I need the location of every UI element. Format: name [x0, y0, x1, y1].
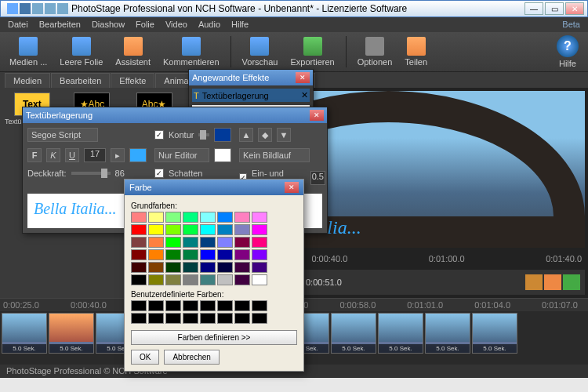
bold-button[interactable]: F — [27, 148, 42, 162]
apply-button[interactable] — [563, 274, 580, 290]
clip[interactable]: 5.0 Sek. — [331, 313, 376, 354]
custom-color-cell[interactable] — [165, 313, 181, 324]
color-cell[interactable] — [148, 262, 164, 273]
menu-datei[interactable]: Datei — [3, 18, 33, 31]
color-cell[interactable] — [148, 237, 164, 248]
custom-color-cell[interactable] — [217, 300, 233, 311]
exportieren-button[interactable]: Exportieren — [285, 35, 339, 68]
custom-color-cell[interactable] — [234, 313, 250, 324]
opacity-slider[interactable] — [71, 172, 111, 175]
align-center-button[interactable]: ◆ — [258, 128, 272, 142]
color-cell[interactable] — [131, 262, 147, 273]
color-cell[interactable] — [165, 224, 181, 235]
menu-audio[interactable]: Audio — [194, 18, 225, 31]
color-cell[interactable] — [165, 274, 181, 285]
menu-diashow[interactable]: Diashow — [87, 18, 129, 31]
save-icon[interactable] — [20, 3, 31, 14]
color-cell[interactable] — [148, 249, 164, 260]
schatten-checkbox[interactable]: ✓ — [154, 169, 164, 178]
color-cell[interactable] — [234, 224, 250, 235]
align-up-button[interactable]: ▲ — [239, 128, 253, 142]
color-cell[interactable] — [165, 262, 181, 273]
kontur-slider[interactable] — [198, 133, 209, 136]
color-cell[interactable] — [234, 237, 250, 248]
custom-color-cell[interactable] — [234, 300, 250, 311]
color-cell[interactable] — [183, 212, 198, 223]
redo-icon[interactable] — [45, 3, 56, 14]
custom-color-cell[interactable] — [252, 313, 267, 324]
color-cell[interactable] — [200, 212, 216, 223]
color-cell[interactable] — [131, 274, 147, 285]
color-cell[interactable] — [217, 249, 233, 260]
menu-hilfe[interactable]: Hilfe — [227, 18, 253, 31]
color-cell[interactable] — [183, 224, 198, 235]
color-cell[interactable] — [217, 212, 233, 223]
vorschau-button[interactable]: Vorschau — [238, 35, 283, 68]
color-cell[interactable] — [165, 249, 181, 260]
define-colors-button[interactable]: Farben definieren >> — [131, 330, 297, 345]
hilfe-button[interactable]: ?Hilfe — [552, 34, 583, 70]
color-cell[interactable] — [165, 212, 181, 223]
color-cell[interactable] — [252, 262, 267, 273]
color-cell[interactable] — [165, 237, 181, 248]
close-icon[interactable]: ✕ — [310, 110, 324, 121]
color-cell[interactable] — [131, 224, 147, 235]
tab-medien[interactable]: Medien — [5, 73, 50, 88]
custom-color-cell[interactable] — [183, 313, 198, 324]
menu-video[interactable]: Video — [161, 18, 192, 31]
italic-button[interactable]: K — [46, 148, 60, 162]
tab-bearbeiten[interactable]: Bearbeiten — [51, 73, 110, 88]
color-cell[interactable] — [252, 224, 267, 235]
custom-color-cell[interactable] — [200, 300, 216, 311]
medien-button[interactable]: Medien ... — [5, 35, 52, 68]
assistent-button[interactable]: Assistent — [111, 35, 155, 68]
align-down-button[interactable]: ▼ — [277, 128, 291, 142]
custom-color-cell[interactable] — [131, 313, 147, 324]
menu-bearbeiten[interactable]: Bearbeiten — [34, 18, 85, 31]
cut-button[interactable] — [525, 274, 543, 290]
tab-effekte[interactable]: Effekte — [111, 73, 154, 88]
color-cell[interactable] — [148, 274, 164, 285]
custom-color-cell[interactable] — [252, 300, 267, 311]
color-cell[interactable] — [148, 224, 164, 235]
font-size-input[interactable]: 17 — [84, 148, 106, 162]
clip[interactable]: 5.0 Sek. — [49, 313, 94, 354]
color-cell[interactable] — [252, 249, 267, 260]
color-cell[interactable] — [131, 249, 147, 260]
color-cell[interactable] — [200, 262, 216, 273]
color-cell[interactable] — [252, 212, 267, 223]
color-cell[interactable] — [234, 262, 250, 273]
color-cell[interactable] — [234, 274, 250, 285]
size-stepper[interactable]: ▸ — [111, 148, 125, 162]
custom-color-cell[interactable] — [165, 300, 181, 311]
leere-folie-button[interactable]: Leere Folie — [55, 35, 107, 68]
color-cell[interactable] — [252, 237, 267, 248]
editor-dropdown[interactable]: Nur Editor — [154, 148, 209, 162]
color-cell[interactable] — [183, 237, 198, 248]
custom-color-cell[interactable] — [131, 300, 147, 311]
color-cell[interactable] — [183, 262, 198, 273]
color-cell[interactable] — [131, 212, 147, 223]
custom-color-cell[interactable] — [148, 300, 164, 311]
color-cell[interactable] — [148, 212, 164, 223]
font-dropdown[interactable]: Segoe Script — [27, 128, 98, 142]
color-cell[interactable] — [217, 224, 233, 235]
color-cell[interactable] — [252, 274, 267, 285]
clip[interactable]: 5.0 Sek. — [472, 313, 517, 354]
optionen-button[interactable]: Optionen — [353, 35, 397, 68]
color-cell[interactable] — [183, 274, 198, 285]
text-color-swatch[interactable] — [129, 148, 147, 162]
kontur-color[interactable] — [214, 128, 231, 142]
color-cell[interactable] — [183, 249, 198, 260]
color-cell[interactable] — [217, 237, 233, 248]
underline-button[interactable]: U — [65, 148, 79, 162]
minimize-button[interactable]: — — [524, 2, 543, 15]
color-cell[interactable] — [200, 274, 216, 285]
menu-folie[interactable]: Folie — [131, 18, 159, 31]
custom-color-cell[interactable] — [148, 313, 164, 324]
clip[interactable]: 5.0 Sek. — [2, 313, 47, 354]
clip[interactable]: 5.0 Sek. — [378, 313, 423, 354]
cancel-button[interactable]: Abbrechen — [164, 350, 219, 365]
color-cell[interactable] — [234, 212, 250, 223]
color-cell[interactable] — [200, 237, 216, 248]
